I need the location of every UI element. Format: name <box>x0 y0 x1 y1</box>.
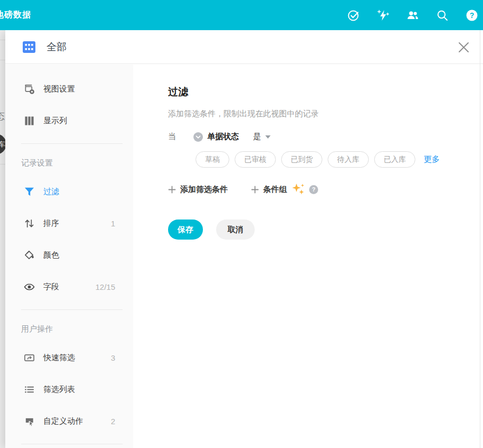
color-bucket-icon <box>24 250 35 261</box>
sidebar-item-label: 显示列 <box>43 116 67 126</box>
cancel-button[interactable]: 取消 <box>216 220 255 240</box>
background-partial-text: 态 <box>0 109 5 123</box>
more-options-link[interactable]: 更多 <box>424 154 440 164</box>
sidebar-item-custom-actions[interactable]: 自定义动作 2 <box>5 405 133 437</box>
app-title: 地磅数据 <box>0 10 31 21</box>
caret-down-icon <box>265 135 271 139</box>
sidebar-item-label: 快速筛选 <box>43 353 75 363</box>
view-config-modal: 全部 视图设置 显示列 <box>5 30 483 448</box>
sidebar-item-color[interactable]: 颜色 <box>5 239 133 271</box>
add-condition-group-button[interactable]: 条件组 <box>251 185 287 195</box>
sidebar-item-fields[interactable]: 字段 12/15 <box>5 271 133 303</box>
magic-bolt-icon[interactable] <box>377 9 389 22</box>
sidebar-item-filter[interactable]: 过滤 <box>5 176 133 207</box>
sidebar-item-label: 颜色 <box>43 250 59 260</box>
sidebar-divider <box>5 437 133 448</box>
sidebar-section-user-actions: 用户操作 <box>5 316 133 342</box>
sidebar-item-label: 排序 <box>43 218 59 228</box>
add-condition-group-label: 条件组 <box>263 185 287 195</box>
custom-action-icon <box>24 416 35 427</box>
eye-icon <box>24 281 35 292</box>
status-option-pending-inbound[interactable]: 待入库 <box>328 151 369 168</box>
add-filter-condition-label: 添加筛选条件 <box>180 185 228 195</box>
add-condition-row: 添加筛选条件 条件组 ? <box>168 183 483 196</box>
sidebar-item-label: 自定义动作 <box>43 416 83 426</box>
chevron-down-circle-icon <box>193 132 203 142</box>
panel-title: 过滤 <box>168 85 483 99</box>
close-icon[interactable] <box>458 42 469 53</box>
sidebar-item-label: 视图设置 <box>43 84 75 94</box>
condition-operator: 是 <box>253 132 261 142</box>
status-options-row: 草稿 已审核 已到货 待入库 已入库 更多 <box>196 151 483 168</box>
sidebar-item-sort[interactable]: 排序 1 <box>5 207 133 239</box>
svg-text:?: ? <box>470 11 475 20</box>
topbar-actions: ? <box>347 9 483 22</box>
add-filter-condition-button[interactable]: 添加筛选条件 <box>168 185 228 195</box>
members-icon[interactable] <box>406 9 419 22</box>
sidebar-item-filter-list[interactable]: 筛选列表 <box>5 373 133 405</box>
sidebar-divider <box>5 303 133 316</box>
sidebar-item-count: 2 <box>111 417 115 426</box>
panel-description: 添加筛选条件，限制出现在此视图中的记录 <box>168 109 483 119</box>
sort-arrows-icon <box>24 218 35 229</box>
status-option-audited[interactable]: 已审核 <box>235 151 276 168</box>
sidebar-section-record-settings: 记录设置 <box>5 150 133 176</box>
sidebar-item-label: 字段 <box>43 282 59 292</box>
filter-funnel-icon <box>24 186 35 197</box>
sidebar-item-quick-filter[interactable]: 快速筛选 3 <box>5 342 133 373</box>
check-circle-icon[interactable] <box>347 9 360 22</box>
sidebar-item-count: 12/15 <box>95 282 115 291</box>
modal-body: 视图设置 显示列 记录设置 过滤 <box>5 65 483 448</box>
search-icon[interactable] <box>436 9 449 22</box>
status-option-inbound[interactable]: 已入库 <box>374 151 415 168</box>
save-button[interactable]: 保存 <box>168 220 203 240</box>
question-circle-icon[interactable]: ? <box>309 185 318 194</box>
sidebar-item-view-settings[interactable]: 视图设置 <box>5 73 133 105</box>
status-option-draft[interactable]: 草稿 <box>196 151 229 168</box>
status-option-arrived[interactable]: 已到货 <box>281 151 322 168</box>
sparkles-icon <box>291 183 305 196</box>
condition-field-name: 单据状态 <box>207 132 239 142</box>
quick-filter-icon <box>24 352 35 363</box>
plus-icon <box>251 186 259 194</box>
modal-title: 全部 <box>47 40 67 54</box>
svg-text:?: ? <box>312 186 315 193</box>
sidebar-item-label: 过滤 <box>43 187 59 197</box>
help-icon[interactable]: ? <box>466 9 478 22</box>
condition-operator-select[interactable]: 是 <box>253 132 271 142</box>
condition-field-select[interactable]: 单据状态 <box>193 132 239 142</box>
filter-condition-row: 当 单据状态 是 <box>168 132 483 142</box>
condition-when-label: 当 <box>168 132 176 142</box>
modal-right-border <box>480 30 480 448</box>
columns-icon <box>24 115 35 126</box>
modal-header: 全部 <box>5 30 483 64</box>
sidebar-item-count: 3 <box>111 353 115 362</box>
plus-icon <box>168 186 176 194</box>
sidebar-item-label: 筛选列表 <box>43 385 75 395</box>
sidebar-divider <box>5 136 133 150</box>
filter-panel: 过滤 添加筛选条件，限制出现在此视图中的记录 当 单据状态 是 <box>133 65 483 448</box>
topbar: 地磅数据 ? <box>0 0 483 30</box>
sidebar-item-display-columns[interactable]: 显示列 <box>5 105 133 136</box>
filter-list-icon <box>24 384 35 395</box>
view-settings-icon <box>24 84 35 95</box>
settings-sidebar: 视图设置 显示列 记录设置 过滤 <box>5 65 133 448</box>
grid-table-icon <box>23 41 35 53</box>
action-buttons-row: 保存 取消 <box>168 220 483 240</box>
sidebar-item-count: 1 <box>111 219 115 228</box>
